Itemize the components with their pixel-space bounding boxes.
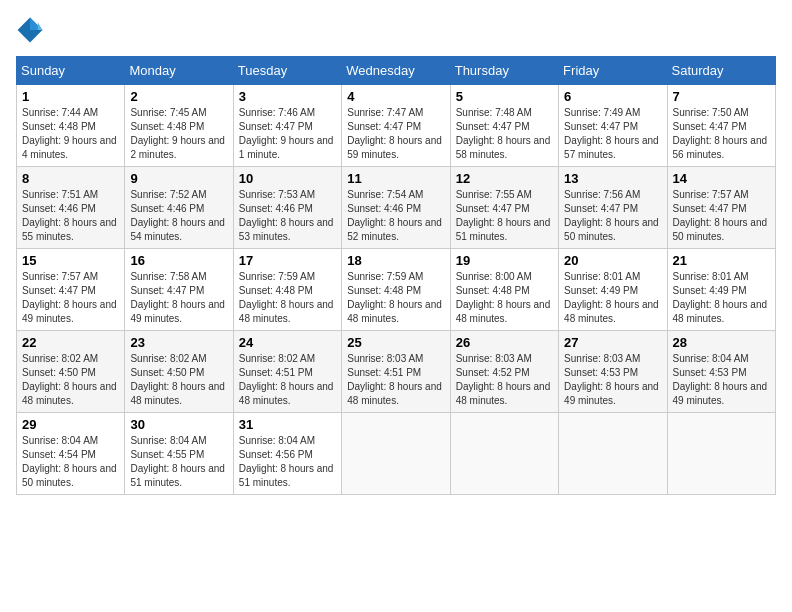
day-number: 11 <box>347 171 444 186</box>
logo <box>16 16 48 44</box>
day-number: 19 <box>456 253 553 268</box>
day-info: Sunrise: 7:57 AM Sunset: 4:47 PM Dayligh… <box>22 270 119 326</box>
day-header-wednesday: Wednesday <box>342 57 450 85</box>
day-info: Sunrise: 8:04 AM Sunset: 4:54 PM Dayligh… <box>22 434 119 490</box>
day-header-thursday: Thursday <box>450 57 558 85</box>
calendar-cell <box>667 413 775 495</box>
day-info: Sunrise: 7:53 AM Sunset: 4:46 PM Dayligh… <box>239 188 336 244</box>
calendar-cell: 22 Sunrise: 8:02 AM Sunset: 4:50 PM Dayl… <box>17 331 125 413</box>
day-number: 18 <box>347 253 444 268</box>
day-info: Sunrise: 8:01 AM Sunset: 4:49 PM Dayligh… <box>673 270 770 326</box>
calendar-cell: 26 Sunrise: 8:03 AM Sunset: 4:52 PM Dayl… <box>450 331 558 413</box>
calendar-cell: 20 Sunrise: 8:01 AM Sunset: 4:49 PM Dayl… <box>559 249 667 331</box>
day-header-friday: Friday <box>559 57 667 85</box>
calendar-table: SundayMondayTuesdayWednesdayThursdayFrid… <box>16 56 776 495</box>
day-info: Sunrise: 7:45 AM Sunset: 4:48 PM Dayligh… <box>130 106 227 162</box>
day-number: 27 <box>564 335 661 350</box>
calendar-cell: 18 Sunrise: 7:59 AM Sunset: 4:48 PM Dayl… <box>342 249 450 331</box>
day-number: 23 <box>130 335 227 350</box>
day-info: Sunrise: 8:00 AM Sunset: 4:48 PM Dayligh… <box>456 270 553 326</box>
day-number: 20 <box>564 253 661 268</box>
calendar-cell: 11 Sunrise: 7:54 AM Sunset: 4:46 PM Dayl… <box>342 167 450 249</box>
calendar-cell: 1 Sunrise: 7:44 AM Sunset: 4:48 PM Dayli… <box>17 85 125 167</box>
day-info: Sunrise: 7:52 AM Sunset: 4:46 PM Dayligh… <box>130 188 227 244</box>
svg-marker-2 <box>38 22 43 30</box>
day-info: Sunrise: 7:59 AM Sunset: 4:48 PM Dayligh… <box>239 270 336 326</box>
day-number: 7 <box>673 89 770 104</box>
day-header-sunday: Sunday <box>17 57 125 85</box>
day-info: Sunrise: 8:03 AM Sunset: 4:53 PM Dayligh… <box>564 352 661 408</box>
calendar-cell: 2 Sunrise: 7:45 AM Sunset: 4:48 PM Dayli… <box>125 85 233 167</box>
calendar-week-row: 8 Sunrise: 7:51 AM Sunset: 4:46 PM Dayli… <box>17 167 776 249</box>
day-info: Sunrise: 7:49 AM Sunset: 4:47 PM Dayligh… <box>564 106 661 162</box>
day-number: 13 <box>564 171 661 186</box>
calendar-cell: 31 Sunrise: 8:04 AM Sunset: 4:56 PM Dayl… <box>233 413 341 495</box>
calendar-cell: 25 Sunrise: 8:03 AM Sunset: 4:51 PM Dayl… <box>342 331 450 413</box>
day-header-tuesday: Tuesday <box>233 57 341 85</box>
calendar-cell: 30 Sunrise: 8:04 AM Sunset: 4:55 PM Dayl… <box>125 413 233 495</box>
day-number: 22 <box>22 335 119 350</box>
calendar-cell <box>559 413 667 495</box>
day-info: Sunrise: 8:03 AM Sunset: 4:52 PM Dayligh… <box>456 352 553 408</box>
calendar-cell: 29 Sunrise: 8:04 AM Sunset: 4:54 PM Dayl… <box>17 413 125 495</box>
day-info: Sunrise: 7:44 AM Sunset: 4:48 PM Dayligh… <box>22 106 119 162</box>
page-header <box>16 16 776 44</box>
calendar-cell: 8 Sunrise: 7:51 AM Sunset: 4:46 PM Dayli… <box>17 167 125 249</box>
day-info: Sunrise: 8:02 AM Sunset: 4:50 PM Dayligh… <box>22 352 119 408</box>
day-number: 5 <box>456 89 553 104</box>
day-number: 1 <box>22 89 119 104</box>
day-info: Sunrise: 8:04 AM Sunset: 4:53 PM Dayligh… <box>673 352 770 408</box>
day-header-monday: Monday <box>125 57 233 85</box>
day-number: 26 <box>456 335 553 350</box>
calendar-cell: 17 Sunrise: 7:59 AM Sunset: 4:48 PM Dayl… <box>233 249 341 331</box>
calendar-header-row: SundayMondayTuesdayWednesdayThursdayFrid… <box>17 57 776 85</box>
day-number: 4 <box>347 89 444 104</box>
day-number: 29 <box>22 417 119 432</box>
day-header-saturday: Saturday <box>667 57 775 85</box>
day-info: Sunrise: 7:56 AM Sunset: 4:47 PM Dayligh… <box>564 188 661 244</box>
day-number: 3 <box>239 89 336 104</box>
day-info: Sunrise: 7:59 AM Sunset: 4:48 PM Dayligh… <box>347 270 444 326</box>
day-number: 10 <box>239 171 336 186</box>
day-number: 24 <box>239 335 336 350</box>
calendar-cell: 5 Sunrise: 7:48 AM Sunset: 4:47 PM Dayli… <box>450 85 558 167</box>
day-info: Sunrise: 7:46 AM Sunset: 4:47 PM Dayligh… <box>239 106 336 162</box>
calendar-cell <box>450 413 558 495</box>
logo-icon <box>16 16 44 44</box>
day-info: Sunrise: 7:57 AM Sunset: 4:47 PM Dayligh… <box>673 188 770 244</box>
calendar-cell: 13 Sunrise: 7:56 AM Sunset: 4:47 PM Dayl… <box>559 167 667 249</box>
day-info: Sunrise: 8:04 AM Sunset: 4:55 PM Dayligh… <box>130 434 227 490</box>
day-number: 31 <box>239 417 336 432</box>
day-number: 28 <box>673 335 770 350</box>
day-info: Sunrise: 7:50 AM Sunset: 4:47 PM Dayligh… <box>673 106 770 162</box>
day-number: 2 <box>130 89 227 104</box>
day-info: Sunrise: 8:02 AM Sunset: 4:50 PM Dayligh… <box>130 352 227 408</box>
day-info: Sunrise: 7:47 AM Sunset: 4:47 PM Dayligh… <box>347 106 444 162</box>
calendar-cell: 16 Sunrise: 7:58 AM Sunset: 4:47 PM Dayl… <box>125 249 233 331</box>
calendar-cell: 23 Sunrise: 8:02 AM Sunset: 4:50 PM Dayl… <box>125 331 233 413</box>
calendar-week-row: 22 Sunrise: 8:02 AM Sunset: 4:50 PM Dayl… <box>17 331 776 413</box>
calendar-cell: 6 Sunrise: 7:49 AM Sunset: 4:47 PM Dayli… <box>559 85 667 167</box>
calendar-week-row: 1 Sunrise: 7:44 AM Sunset: 4:48 PM Dayli… <box>17 85 776 167</box>
day-number: 15 <box>22 253 119 268</box>
day-info: Sunrise: 8:02 AM Sunset: 4:51 PM Dayligh… <box>239 352 336 408</box>
day-info: Sunrise: 7:58 AM Sunset: 4:47 PM Dayligh… <box>130 270 227 326</box>
calendar-cell: 3 Sunrise: 7:46 AM Sunset: 4:47 PM Dayli… <box>233 85 341 167</box>
day-info: Sunrise: 7:48 AM Sunset: 4:47 PM Dayligh… <box>456 106 553 162</box>
calendar-week-row: 15 Sunrise: 7:57 AM Sunset: 4:47 PM Dayl… <box>17 249 776 331</box>
day-info: Sunrise: 7:55 AM Sunset: 4:47 PM Dayligh… <box>456 188 553 244</box>
calendar-cell: 24 Sunrise: 8:02 AM Sunset: 4:51 PM Dayl… <box>233 331 341 413</box>
day-number: 21 <box>673 253 770 268</box>
calendar-cell: 27 Sunrise: 8:03 AM Sunset: 4:53 PM Dayl… <box>559 331 667 413</box>
day-number: 6 <box>564 89 661 104</box>
calendar-cell: 10 Sunrise: 7:53 AM Sunset: 4:46 PM Dayl… <box>233 167 341 249</box>
day-number: 16 <box>130 253 227 268</box>
day-number: 8 <box>22 171 119 186</box>
day-number: 14 <box>673 171 770 186</box>
day-info: Sunrise: 8:04 AM Sunset: 4:56 PM Dayligh… <box>239 434 336 490</box>
calendar-cell <box>342 413 450 495</box>
day-number: 9 <box>130 171 227 186</box>
day-info: Sunrise: 8:03 AM Sunset: 4:51 PM Dayligh… <box>347 352 444 408</box>
calendar-cell: 12 Sunrise: 7:55 AM Sunset: 4:47 PM Dayl… <box>450 167 558 249</box>
calendar-cell: 19 Sunrise: 8:00 AM Sunset: 4:48 PM Dayl… <box>450 249 558 331</box>
